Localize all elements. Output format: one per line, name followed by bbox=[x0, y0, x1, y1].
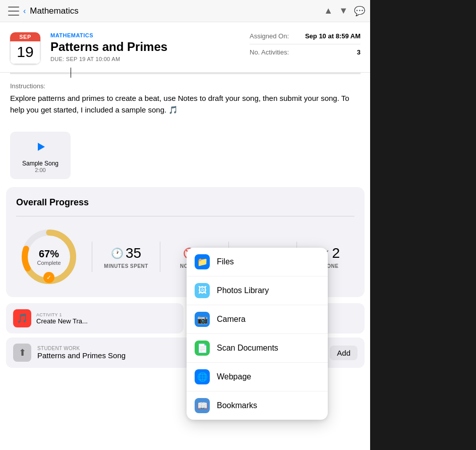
assigned-on-label: Assigned On: bbox=[250, 32, 289, 40]
dropdown-webpage[interactable]: 🌐 Webpage bbox=[187, 363, 328, 391]
assigned-on-value: Sep 10 at 8:59 AM bbox=[305, 32, 361, 40]
nav-left: ‹ Mathematics bbox=[8, 6, 79, 16]
assignment-subject: MATHEMATICS bbox=[50, 32, 240, 38]
dropdown-photos[interactable]: 🖼 Photos Library bbox=[187, 276, 328, 305]
progress-line bbox=[10, 73, 361, 74]
calendar-day: 19 bbox=[10, 41, 40, 64]
stat-minutes-top: 🕐 35 bbox=[111, 245, 141, 261]
meta-divider bbox=[250, 44, 361, 44]
assignment-meta: Assigned On: Sep 10 at 8:59 AM No. Activ… bbox=[250, 32, 361, 56]
files-label: Files bbox=[217, 257, 234, 266]
instructions-label: Instructions: bbox=[10, 82, 361, 90]
stat-done-value: 2 bbox=[332, 245, 340, 261]
calendar-month: SEP bbox=[10, 32, 40, 41]
nav-up-icon[interactable]: ▲ bbox=[324, 6, 333, 16]
dropdown-scan[interactable]: 📄 Scan Documents bbox=[187, 334, 328, 363]
stat-minutes: 🕐 35 MINUTES SPENT bbox=[102, 245, 150, 269]
assignment-header: SEP 19 MATHEMATICS Patterns and Primes D… bbox=[0, 22, 371, 73]
activity-1-name: Create New Tra... bbox=[36, 317, 88, 325]
dropdown-camera[interactable]: 📷 Camera bbox=[187, 305, 328, 334]
clock-icon: 🕐 bbox=[111, 247, 124, 259]
sample-song-card[interactable]: Sample Song 2:00 bbox=[10, 132, 71, 179]
work-icon: ⬆ bbox=[13, 344, 31, 362]
progress-section-divider bbox=[16, 216, 354, 216]
scan-icon: 📄 bbox=[195, 341, 210, 356]
stat-minutes-label: MINUTES SPENT bbox=[104, 263, 148, 269]
bookmarks-icon: 📖 bbox=[195, 398, 210, 413]
dropdown-menu: 📁 Files 🖼 Photos Library 📷 Camera 📄 Scan… bbox=[187, 248, 328, 420]
stat-divider-2 bbox=[160, 242, 160, 272]
instructions-section: Instructions: Explore patterns and prime… bbox=[0, 74, 371, 124]
add-button[interactable]: Add bbox=[330, 346, 358, 360]
sidebar-toggle-button[interactable] bbox=[8, 7, 19, 16]
play-button[interactable] bbox=[31, 138, 49, 156]
no-activities-label: No. Activities: bbox=[250, 48, 289, 56]
sample-duration: 2:00 bbox=[35, 167, 45, 173]
no-activities-value: 3 bbox=[357, 48, 361, 56]
files-icon: 📁 bbox=[195, 254, 210, 269]
progress-section-title: Overall Progress bbox=[16, 197, 354, 208]
nav-down-icon[interactable]: ▼ bbox=[339, 6, 348, 16]
checkmark-badge: ✓ bbox=[43, 272, 54, 283]
donut-chart-container: 67% Complete ✓ bbox=[16, 227, 82, 287]
calendar-icon: SEP 19 bbox=[10, 32, 40, 64]
donut-text: 67% Complete bbox=[37, 248, 61, 266]
play-triangle-icon bbox=[38, 143, 45, 151]
instructions-text: Explore patterns and primes to create a … bbox=[10, 93, 361, 116]
camera-icon: 📷 bbox=[195, 312, 210, 327]
nav-title: Mathematics bbox=[30, 6, 78, 16]
sample-title: Sample Song bbox=[22, 160, 58, 167]
bookmarks-label: Bookmarks bbox=[217, 401, 257, 410]
nav-comment-icon[interactable]: 💬 bbox=[354, 6, 365, 17]
photos-icon: 🖼 bbox=[195, 283, 210, 298]
nav-actions: ▲ ▼ 💬 bbox=[324, 6, 365, 17]
no-activities-row: No. Activities: 3 bbox=[250, 48, 361, 56]
assignment-info: MATHEMATICS Patterns and Primes DUE: SEP… bbox=[50, 32, 240, 62]
assigned-on-row: Assigned On: Sep 10 at 8:59 AM bbox=[250, 32, 361, 40]
dropdown-bookmarks[interactable]: 📖 Bookmarks bbox=[187, 391, 328, 420]
activity-1-info: ACTIVITY 1 Create New Tra... bbox=[36, 312, 88, 325]
back-button[interactable]: ‹ bbox=[23, 7, 26, 16]
activity-1-number: ACTIVITY 1 bbox=[36, 312, 88, 317]
activity-1-icon: 🎵 bbox=[13, 309, 31, 327]
webpage-label: Webpage bbox=[217, 372, 251, 381]
right-panel bbox=[370, 0, 476, 450]
activity-card-1[interactable]: 🎵 ACTIVITY 1 Create New Tra... bbox=[6, 303, 184, 333]
assignment-title: Patterns and Primes bbox=[50, 40, 240, 54]
assignment-due: DUE: SEP 19 AT 10:00 AM bbox=[50, 56, 240, 62]
donut-percent: 67% bbox=[37, 248, 61, 260]
dropdown-files[interactable]: 📁 Files bbox=[187, 248, 328, 276]
webpage-icon: 🌐 bbox=[195, 369, 210, 384]
donut-complete-label: Complete bbox=[37, 260, 61, 266]
stat-divider-1 bbox=[92, 242, 92, 272]
photos-label: Photos Library bbox=[217, 286, 269, 295]
scan-label: Scan Documents bbox=[217, 344, 278, 353]
stat-minutes-value: 35 bbox=[126, 245, 141, 261]
camera-label: Camera bbox=[217, 315, 246, 324]
